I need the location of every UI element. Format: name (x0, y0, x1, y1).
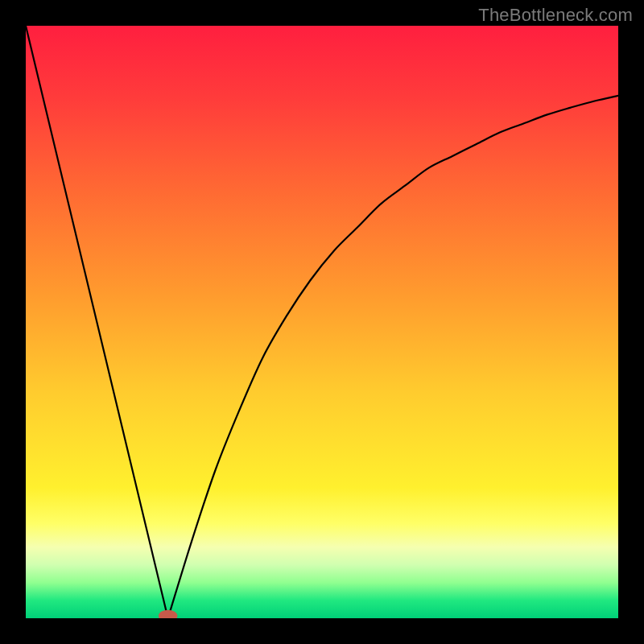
chart-frame: TheBottleneck.com (0, 0, 644, 644)
watermark-text: TheBottleneck.com (478, 5, 633, 26)
chart-svg (26, 26, 618, 618)
plot-area (26, 26, 618, 618)
gradient-background (26, 26, 618, 618)
